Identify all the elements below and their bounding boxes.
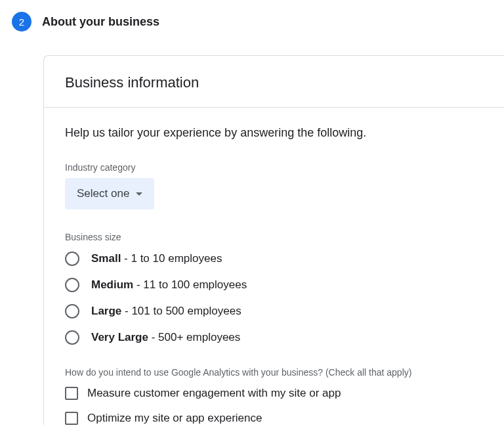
checkbox-measure-engagement[interactable]: Measure customer engagement with my site… xyxy=(65,387,483,400)
business-size-radio-group: Small - 1 to 10 employees Medium - 11 to… xyxy=(65,252,483,345)
helper-text: Help us tailor your experience by answer… xyxy=(65,126,483,140)
checkbox-optimize-experience[interactable]: Optimize my site or app experience xyxy=(65,412,483,425)
usage-checkbox-group: Measure customer engagement with my site… xyxy=(65,387,483,425)
radio-large[interactable]: Large - 101 to 500 employees xyxy=(65,304,483,318)
radio-label: Large - 101 to 500 employees xyxy=(91,305,242,318)
business-size-label: Business size xyxy=(65,232,483,242)
radio-label: Small - 1 to 10 employees xyxy=(91,252,222,265)
card-header: Business information xyxy=(44,56,504,108)
radio-label: Very Large - 500+ employees xyxy=(91,331,240,344)
radio-small[interactable]: Small - 1 to 10 employees xyxy=(65,252,483,266)
step-header: 2 About your business xyxy=(0,0,504,39)
industry-selected-value: Select one xyxy=(77,187,129,200)
radio-label: Medium - 11 to 100 employees xyxy=(91,278,247,292)
industry-label: Industry category xyxy=(65,162,483,173)
card-title: Business information xyxy=(65,74,483,91)
radio-medium[interactable]: Medium - 11 to 100 employees xyxy=(65,278,483,292)
radio-icon xyxy=(65,252,79,266)
radio-very-large[interactable]: Very Large - 500+ employees xyxy=(65,330,483,345)
business-info-card: Business information Help us tailor your… xyxy=(43,55,504,425)
radio-icon xyxy=(65,278,79,292)
caret-down-icon xyxy=(136,192,142,196)
checkbox-icon xyxy=(65,412,78,425)
step-title: About your business xyxy=(42,15,159,29)
checkbox-label: Measure customer engagement with my site… xyxy=(87,387,341,400)
step-number: 2 xyxy=(19,16,24,28)
radio-icon xyxy=(65,304,79,318)
checkbox-label: Optimize my site or app experience xyxy=(87,412,262,425)
card-body: Help us tailor your experience by answer… xyxy=(44,108,504,425)
checkbox-icon xyxy=(65,387,78,400)
step-number-badge: 2 xyxy=(12,12,32,32)
industry-select[interactable]: Select one xyxy=(65,178,154,209)
usage-label: How do you intend to use Google Analytic… xyxy=(65,367,483,378)
radio-icon xyxy=(65,330,79,345)
